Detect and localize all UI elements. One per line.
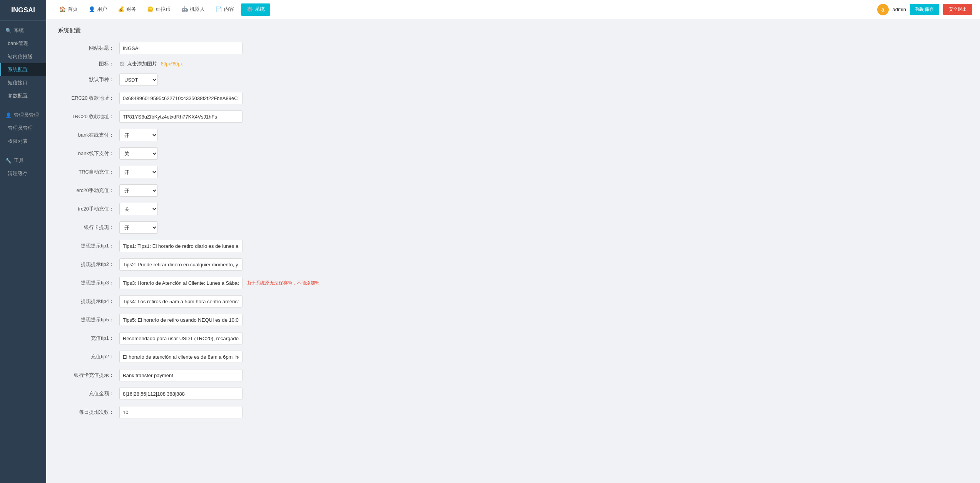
- topnav-robot[interactable]: 🤖 机器人: [176, 0, 210, 19]
- erc20-input[interactable]: [119, 92, 242, 104]
- sidebar: INGSAI 🔍 系统 bank管理 站内信推送 系统配置 短信接口 参数配置 …: [0, 0, 46, 483]
- admin-label: admin: [893, 7, 906, 12]
- form-row-bank-online: bank在线支付 开 关: [58, 129, 968, 141]
- bank-recharge-tip-label: 银行卡充值提示: [58, 372, 119, 379]
- topnav-home[interactable]: 🏠 首页: [54, 0, 83, 19]
- erc20-manual-select[interactable]: 开 关: [119, 184, 158, 197]
- form-row-recharge-tip1: 充值tip1: [58, 332, 968, 344]
- form-row-erc20-manual: erc20手动充值 开 关: [58, 184, 968, 197]
- form-row-bank-offline: bank线下支付 关 开: [58, 147, 968, 160]
- content-icon: 📄: [216, 6, 222, 12]
- tip3-hint: 由于系统原无法保存%，不能添加%.: [246, 280, 321, 286]
- sidebar-logo: INGSAI: [0, 0, 46, 21]
- icon-placeholder-text: 点击添加图片: [127, 60, 157, 67]
- recharge-amount-input[interactable]: [119, 388, 242, 400]
- daily-withdraw-label: 每日提现次数: [58, 409, 119, 416]
- form-row-recharge-amount: 充值金额: [58, 388, 968, 400]
- tip5-label: 提现提示tip5: [58, 316, 119, 323]
- form-row-recharge-tip2: 充值tip2: [58, 351, 968, 363]
- topnav-crypto[interactable]: 🪙 虚拟币: [142, 0, 176, 19]
- tip4-label: 提现提示tip4: [58, 298, 119, 305]
- sidebar-section-tools-title: 🔧 工具: [0, 154, 46, 167]
- tip2-label: 提现提示tip2: [58, 261, 119, 268]
- sidebar-item-station-push[interactable]: 站内信推送: [0, 50, 46, 63]
- sidebar-item-params-config[interactable]: 参数配置: [0, 89, 46, 102]
- form-row-site-title: 网站标题: [58, 42, 968, 54]
- form-row-trc-auto: TRC自动充值 开 关: [58, 166, 968, 178]
- image-icon: 🖼: [119, 61, 124, 67]
- sidebar-item-sms-port[interactable]: 短信接口: [0, 76, 46, 89]
- tip2-input[interactable]: [119, 258, 242, 271]
- tip4-input[interactable]: [119, 295, 242, 308]
- icon-size-hint: 80px*80px: [161, 61, 183, 67]
- sidebar-section-system: 🔍 系统 bank管理 站内信推送 系统配置 短信接口 参数配置: [0, 21, 46, 105]
- icon-upload-area[interactable]: 🖼 点击添加图片: [119, 60, 157, 67]
- topnav-content[interactable]: 📄 内容: [210, 0, 239, 19]
- bank-online-select[interactable]: 开 关: [119, 129, 158, 141]
- recharge-tip2-input[interactable]: [119, 351, 242, 363]
- form-row-tip1: 提现提示tip1: [58, 240, 968, 252]
- bank-offline-select[interactable]: 关 开: [119, 147, 158, 160]
- main-content: 系统配置 网站标题 图标 🖼 点击添加图片 80px*80px 默认币种 USD…: [46, 19, 980, 483]
- recharge-amount-label: 充值金额: [58, 390, 119, 397]
- sidebar-item-admin-manage[interactable]: 管理员管理: [0, 122, 46, 135]
- form-row-trc20-manual: trc20手动充值 关 开: [58, 203, 968, 215]
- user-icon: 👤: [89, 6, 95, 12]
- trc20-manual-select[interactable]: 关 开: [119, 203, 158, 215]
- form-row-bank-recharge-tip: 银行卡充值提示: [58, 369, 968, 381]
- topnav-users[interactable]: 👤 用户: [83, 0, 112, 19]
- sidebar-item-permission-list[interactable]: 权限列表: [0, 135, 46, 148]
- sidebar-item-sys-config[interactable]: 系统配置: [0, 63, 46, 76]
- tip3-input[interactable]: [119, 277, 242, 289]
- bank-withdraw-label: 银行卡提现: [58, 224, 119, 231]
- sidebar-section-tools: 🔧 工具 清理缓存: [0, 151, 46, 183]
- topnav-right: a admin 强制保存 安全退出: [877, 4, 972, 15]
- bank-recharge-tip-input[interactable]: [119, 369, 242, 381]
- sidebar-section-system-title: 🔍 系统: [0, 24, 46, 37]
- tip3-label: 提现提示tip3: [58, 279, 119, 286]
- page-title: 系统配置: [58, 27, 968, 34]
- form-row-bank-withdraw: 银行卡提现 开 关: [58, 221, 968, 234]
- sidebar-section-admin: 👤 管理员管理 管理员管理 权限列表: [0, 105, 46, 151]
- form-row-trc20: TRC20 收款地址: [58, 110, 968, 123]
- trc20-label: TRC20 收款地址: [58, 113, 119, 120]
- form-row-erc20: ERC20 收款地址: [58, 92, 968, 104]
- site-title-label: 网站标题: [58, 45, 119, 52]
- sidebar-item-clear-cache[interactable]: 清理缓存: [0, 167, 46, 180]
- trc-auto-label: TRC自动充值: [58, 169, 119, 175]
- logout-button[interactable]: 安全退出: [943, 4, 972, 15]
- icon-label: 图标: [58, 60, 119, 67]
- recharge-tip2-label: 充值tip2: [58, 353, 119, 360]
- bank-offline-label: bank线下支付: [58, 150, 119, 157]
- form-row-tip2: 提现提示tip2: [58, 258, 968, 271]
- topnav-finance[interactable]: 💰 财务: [112, 0, 142, 19]
- daily-withdraw-input[interactable]: [119, 406, 242, 418]
- erc20-manual-label: erc20手动充值: [58, 187, 119, 194]
- trc20-manual-label: trc20手动充值: [58, 206, 119, 212]
- save-button[interactable]: 强制保存: [910, 4, 939, 15]
- form-row-icon: 图标 🖼 点击添加图片 80px*80px: [58, 60, 968, 67]
- avatar: a: [877, 4, 889, 15]
- bank-online-label: bank在线支付: [58, 132, 119, 139]
- tip1-input[interactable]: [119, 240, 242, 252]
- recharge-tip1-input[interactable]: [119, 332, 242, 344]
- trc20-input[interactable]: [119, 110, 242, 123]
- recharge-tip1-label: 充值tip1: [58, 335, 119, 342]
- form-row-daily-withdraw: 每日提现次数: [58, 406, 968, 418]
- tip1-label: 提现提示tip1: [58, 242, 119, 249]
- topnav: 🏠 首页 👤 用户 💰 财务 🪙 虚拟币 🤖 机器人 📄 内容: [46, 0, 980, 19]
- currency-select[interactable]: USDT BTC ETH: [119, 74, 158, 86]
- system-icon: ⚙️: [246, 6, 253, 12]
- tip5-input[interactable]: [119, 314, 242, 326]
- topnav-system[interactable]: ⚙️ 系统: [241, 3, 270, 16]
- site-title-input[interactable]: [119, 42, 242, 54]
- finance-icon: 💰: [118, 6, 124, 12]
- robot-icon: 🤖: [181, 6, 188, 12]
- currency-label: 默认币种: [58, 76, 119, 83]
- form-row-tip3: 提现提示tip3 由于系统原无法保存%，不能添加%.: [58, 277, 968, 289]
- crypto-icon: 🪙: [147, 6, 154, 12]
- form-row-tip5: 提现提示tip5: [58, 314, 968, 326]
- sidebar-item-bank-manage[interactable]: bank管理: [0, 37, 46, 50]
- bank-withdraw-select[interactable]: 开 关: [119, 221, 158, 234]
- trc-auto-select[interactable]: 开 关: [119, 166, 158, 178]
